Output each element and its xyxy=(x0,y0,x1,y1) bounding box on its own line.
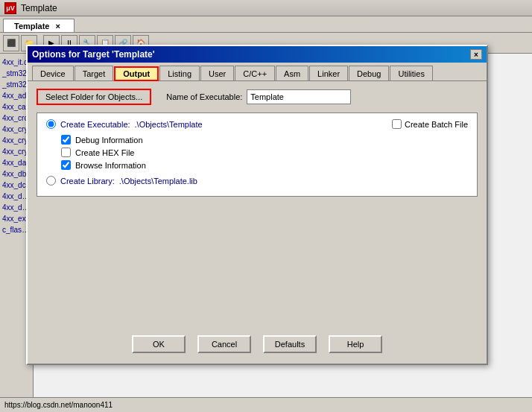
tab-cpp[interactable]: C/C++ xyxy=(235,66,275,80)
select-folder-button[interactable]: Select Folder for Objects... xyxy=(37,89,151,105)
hex-file-checkbox[interactable] xyxy=(61,148,71,157)
create-lib-label: Create Library: xyxy=(60,177,115,186)
options-dialog: Options for Target 'Template' × Device T… xyxy=(26,45,488,365)
dialog-title-text: Options for Target 'Template' xyxy=(32,49,155,60)
ok-button[interactable]: OK xyxy=(132,335,186,353)
batch-file-checkbox[interactable] xyxy=(392,119,402,129)
browse-info-label: Browse Information xyxy=(75,161,146,170)
batch-file-label: Create Batch File xyxy=(405,120,468,129)
tab-utilities[interactable]: Utilities xyxy=(390,66,432,80)
browse-info-checkbox[interactable] xyxy=(61,160,71,170)
status-bar: https://blog.csdn.net/manoon411 xyxy=(0,397,532,412)
create-lib-radio[interactable] xyxy=(46,176,56,186)
tab-label: Template xyxy=(14,22,49,31)
tab-linker[interactable]: Linker xyxy=(309,66,348,80)
tab-target[interactable]: Target xyxy=(75,66,114,80)
tab-device[interactable]: Device xyxy=(32,66,74,80)
tab-asm[interactable]: Asm xyxy=(276,66,308,80)
create-lib-row: Create Library: .\Objects\Template.lib xyxy=(46,176,468,186)
cancel-button[interactable]: Cancel xyxy=(197,335,251,353)
debug-info-checkbox[interactable] xyxy=(61,135,71,145)
app-title: Template xyxy=(21,3,57,13)
tab-output[interactable]: Output xyxy=(114,66,159,81)
tab-template[interactable]: Template × xyxy=(3,19,75,32)
tab-debug[interactable]: Debug xyxy=(349,66,389,80)
exe-name-label: Name of Executable: xyxy=(166,92,242,101)
tab-user[interactable]: User xyxy=(200,66,234,80)
defaults-button[interactable]: Defaults xyxy=(263,335,317,353)
dialog-tab-bar: Device Target Output Listing User C/C++ … xyxy=(28,63,487,81)
hex-file-label: Create HEX File xyxy=(75,148,134,157)
dialog-button-row: OK Cancel Defaults Help xyxy=(28,335,487,353)
exe-name-input[interactable] xyxy=(247,89,351,104)
create-exe-radio[interactable] xyxy=(46,119,56,129)
tab-close-icon[interactable]: × xyxy=(52,22,63,31)
title-bar: μV Template xyxy=(0,0,532,16)
debug-info-row: Debug Information xyxy=(61,135,468,145)
dialog-body: Select Folder for Objects... Name of Exe… xyxy=(28,81,487,210)
create-exe-label: Create Executable: xyxy=(60,120,130,129)
dialog-title-bar: Options for Target 'Template' × xyxy=(28,46,487,63)
status-text: https://blog.csdn.net/manoon411 xyxy=(4,401,113,409)
debug-info-label: Debug Information xyxy=(75,136,143,145)
create-exe-row: Create Executable: .\Objects\Template xyxy=(46,119,203,129)
create-exe-path: .\Objects\Template xyxy=(135,120,203,129)
create-lib-path: .\Objects\Template.lib xyxy=(119,177,197,186)
dialog-close-button[interactable]: × xyxy=(470,49,482,60)
hex-file-row: Create HEX File xyxy=(61,148,468,157)
batch-file-row: Create Batch File xyxy=(392,119,468,129)
tab-bar: Template × xyxy=(0,16,532,33)
browse-info-row: Browse Information xyxy=(61,160,468,170)
help-button[interactable]: Help xyxy=(329,335,382,353)
app-logo: μV xyxy=(4,2,16,14)
tab-listing[interactable]: Listing xyxy=(159,66,200,80)
folder-exe-row: Select Folder for Objects... Name of Exe… xyxy=(37,89,478,105)
tb-btn-1[interactable]: ⬛ xyxy=(3,35,19,51)
output-group: Create Executable: .\Objects\Template Cr… xyxy=(37,112,478,197)
